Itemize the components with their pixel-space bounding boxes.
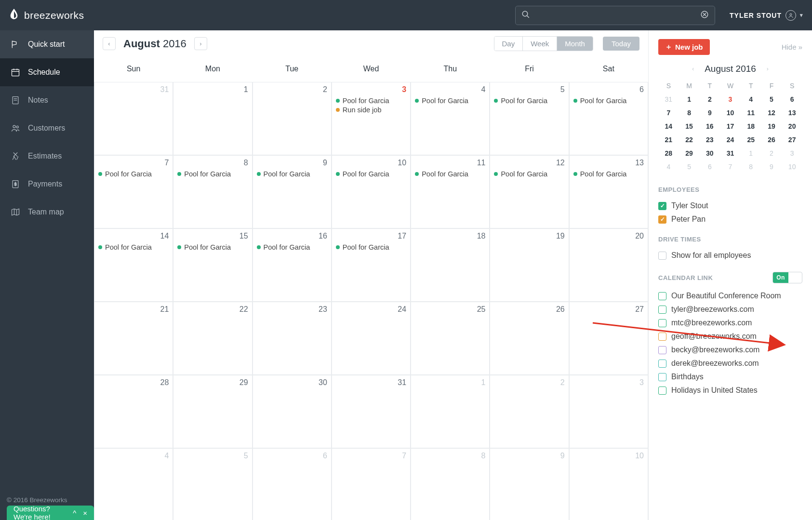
calendar-cell[interactable]: 13Pool for Garcia — [569, 155, 648, 228]
sidebar-item-notes[interactable]: Notes — [0, 86, 94, 114]
employee-row[interactable]: Tyler Stout — [658, 199, 802, 213]
calendar-cell[interactable]: 16Pool for Garcia — [253, 228, 332, 302]
calendar-cell[interactable]: 10Pool for Garcia — [332, 155, 411, 228]
calendar-cell[interactable]: 14Pool for Garcia — [94, 228, 173, 302]
mini-day[interactable]: 1 — [741, 147, 761, 160]
calendar-cell[interactable]: 17Pool for Garcia — [332, 228, 411, 302]
calendar-cell[interactable]: 4Pool for Garcia — [411, 82, 490, 155]
calendar-event[interactable]: Pool for Garcia — [573, 97, 644, 105]
calendar-event[interactable]: Pool for Garcia — [257, 243, 327, 251]
mini-day[interactable]: 8 — [741, 160, 761, 173]
mini-day[interactable]: 7 — [658, 106, 679, 120]
calendar-cell[interactable]: 2 — [490, 375, 569, 448]
calendar-cell[interactable]: 26 — [490, 302, 569, 375]
calendar-event[interactable]: Pool for Garcia — [98, 243, 169, 251]
mini-day[interactable]: 31 — [720, 147, 741, 160]
sidebar-item-team-map[interactable]: Team map — [0, 198, 94, 226]
mini-day[interactable]: 10 — [720, 106, 741, 120]
calendar-cell[interactable]: 8 — [411, 448, 490, 520]
calendar-cell[interactable]: 20 — [569, 228, 648, 302]
calendar-cell[interactable]: 29 — [173, 375, 252, 448]
mini-next-button[interactable]: › — [765, 64, 771, 74]
mini-day[interactable]: 16 — [699, 120, 720, 133]
calendar-cell[interactable]: 18 — [411, 228, 490, 302]
mini-day[interactable]: 22 — [679, 133, 700, 147]
calendar-row[interactable]: Birthdays — [658, 370, 802, 384]
calendar-cell[interactable]: 6 — [253, 448, 332, 520]
mini-day[interactable]: 13 — [782, 106, 802, 120]
calendar-cell[interactable]: 4 — [94, 448, 173, 520]
mini-day[interactable]: 6 — [699, 160, 720, 173]
calendar-cell[interactable]: 1 — [173, 82, 252, 155]
calendar-event[interactable]: Pool for Garcia — [415, 170, 485, 178]
mini-day[interactable]: 1 — [679, 93, 700, 106]
mini-day[interactable]: 26 — [761, 133, 782, 147]
calendar-event[interactable]: Pool for Garcia — [573, 170, 644, 178]
mini-day[interactable]: 4 — [658, 160, 679, 173]
calendar-cell[interactable]: 27 — [569, 302, 648, 375]
sidebar-item-estimates[interactable]: Estimates — [0, 142, 94, 170]
calendar-row[interactable]: becky@breezeworks.com — [658, 343, 802, 357]
mini-day[interactable]: 30 — [699, 147, 720, 160]
mini-day[interactable]: 5 — [761, 93, 782, 106]
view-month-button[interactable]: Month — [557, 37, 593, 51]
calendar-cell[interactable]: 8Pool for Garcia — [173, 155, 252, 228]
calendar-row[interactable]: tyler@breezeworks.com — [658, 303, 802, 316]
mini-day[interactable]: 28 — [658, 147, 679, 160]
checkbox-icon[interactable] — [658, 333, 666, 341]
checkbox-icon[interactable] — [658, 292, 666, 300]
checkbox-icon[interactable] — [658, 252, 666, 260]
calendar-row[interactable]: derek@breezeworks.com — [658, 357, 802, 370]
calendar-cell[interactable]: 23 — [253, 302, 332, 375]
mini-day[interactable]: 2 — [761, 147, 782, 160]
checkbox-icon[interactable] — [658, 360, 666, 368]
view-week-button[interactable]: Week — [522, 37, 557, 51]
next-month-button[interactable]: › — [194, 37, 207, 50]
calendar-row[interactable]: geoff@breezeworks.com — [658, 330, 802, 343]
calendar-event[interactable]: Pool for Garcia — [177, 243, 248, 251]
mini-day[interactable]: 18 — [741, 120, 761, 133]
calendar-cell[interactable]: 9Pool for Garcia — [253, 155, 332, 228]
calendar-row[interactable]: Holidays in United States — [658, 384, 802, 397]
calendar-cell[interactable]: 3Pool for GarciaRun side job — [332, 82, 411, 155]
calendar-cell[interactable]: 11Pool for Garcia — [411, 155, 490, 228]
calendar-link-toggle[interactable]: On — [772, 272, 802, 283]
clear-icon[interactable] — [700, 10, 709, 21]
calendar-event[interactable]: Pool for Garcia — [98, 170, 169, 178]
calendar-cell[interactable]: 6Pool for Garcia — [569, 82, 648, 155]
hide-panel-button[interactable]: Hide » — [782, 43, 802, 51]
calendar-event[interactable]: Pool for Garcia — [494, 97, 564, 105]
calendar-cell[interactable]: 5Pool for Garcia — [490, 82, 569, 155]
calendar-cell[interactable]: 28 — [94, 375, 173, 448]
logo[interactable]: breezeworks — [9, 8, 84, 23]
mini-day[interactable]: 12 — [761, 106, 782, 120]
checkbox-icon[interactable] — [658, 319, 666, 327]
mini-day[interactable]: 31 — [658, 93, 679, 106]
sidebar-item-quick-start[interactable]: Quick start — [0, 30, 94, 58]
employee-row[interactable]: Peter Pan — [658, 213, 802, 226]
calendar-cell[interactable]: 30 — [253, 375, 332, 448]
checkbox-icon[interactable] — [658, 202, 666, 210]
search-input[interactable] — [535, 11, 700, 19]
calendar-cell[interactable]: 10 — [569, 448, 648, 520]
calendar-event[interactable]: Pool for Garcia — [494, 170, 564, 178]
calendar-event[interactable]: Pool for Garcia — [415, 97, 485, 105]
checkbox-icon[interactable] — [658, 306, 666, 314]
mini-day[interactable]: 4 — [741, 93, 761, 106]
mini-day[interactable]: 17 — [720, 120, 741, 133]
mini-day[interactable]: 20 — [782, 120, 802, 133]
calendar-cell[interactable]: 2 — [253, 82, 332, 155]
mini-day[interactable]: 10 — [782, 160, 802, 173]
mini-day[interactable]: 9 — [699, 106, 720, 120]
mini-day[interactable]: 21 — [658, 133, 679, 147]
mini-day[interactable]: 8 — [679, 106, 700, 120]
mini-day[interactable]: 7 — [720, 160, 741, 173]
calendar-cell[interactable]: 1 — [411, 375, 490, 448]
calendar-cell[interactable]: 31 — [332, 375, 411, 448]
calendar-cell[interactable]: 22 — [173, 302, 252, 375]
calendar-row[interactable]: mtc@breezeworks.com — [658, 316, 802, 330]
mini-day[interactable]: 23 — [699, 133, 720, 147]
today-button[interactable]: Today — [603, 37, 639, 51]
user-menu[interactable]: TYLER STOUT ▾ — [730, 10, 803, 21]
calendar-cell[interactable]: 24 — [332, 302, 411, 375]
